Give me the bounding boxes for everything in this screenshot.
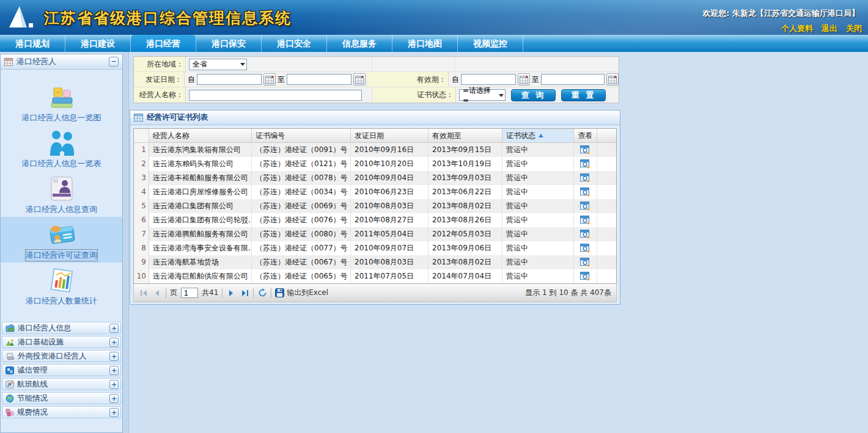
last-page-icon[interactable] [240, 288, 249, 298]
col-cert-number[interactable]: 证书编号 [252, 129, 351, 142]
tab-port-safety[interactable]: 港口安全 [262, 35, 327, 52]
page-input[interactable] [181, 288, 198, 298]
table-row[interactable]: 1 连云港东鸿集装箱有限公司 （苏连）港经证（0091）号 2010年09月16… [134, 143, 616, 157]
collapse-panel-button[interactable]: − [109, 57, 119, 67]
from-label: 自 [452, 75, 459, 85]
reset-button[interactable]: 重 置 [561, 89, 606, 101]
expand-section-button[interactable]: + [109, 366, 119, 375]
valid-period-label: 有效期： [367, 72, 449, 87]
status-badge: 营运中 [502, 227, 574, 241]
tab-port-map[interactable]: 港口地图 [392, 35, 458, 52]
tab-port-construction[interactable]: 港口建设 [65, 35, 131, 52]
calendar-icon[interactable] [353, 73, 366, 86]
expand-section-button[interactable]: + [109, 380, 119, 389]
table-row[interactable]: 9 连云港海航基地货场 （苏连）港经证（0067）号 2010年08月03日 2… [134, 255, 616, 269]
view-certificate-button[interactable] [574, 185, 597, 199]
pager-bar: 页 共41 输出到Excel 显示 1 到 10 条 共 407条 [133, 284, 617, 302]
cert-status-select[interactable]: =请选择= [459, 89, 506, 101]
table-row[interactable]: 6 连云港港口集团有限公司轮驳... （苏连）港经证（0076）号 2010年0… [134, 213, 616, 227]
valid-to-input[interactable] [541, 74, 605, 85]
section-operator-info[interactable]: 港口经营人信息 + [2, 322, 121, 334]
sidebar-panel-header[interactable]: 港口经营人 − [1, 54, 122, 70]
table-row[interactable]: 8 连云港港湾海事安全设备有限... （苏连）港经证（0077）号 2010年0… [134, 241, 616, 255]
expand-section-button[interactable]: + [109, 338, 119, 347]
section-integrity-management[interactable]: 诚信管理 + [2, 364, 121, 376]
status-badge: 营运中 [502, 255, 574, 269]
section-fee-situation[interactable]: 规费情况 + [2, 406, 121, 418]
tab-port-security[interactable]: 港口保安 [196, 35, 262, 52]
view-certificate-button[interactable] [574, 269, 597, 283]
table-row[interactable]: 4 连云港港口房屋维修服务公司 （苏连）港经证（0034）号 2010年06月2… [134, 185, 616, 199]
query-button[interactable]: 查 询 [511, 89, 556, 101]
issue-date-to-input[interactable] [287, 74, 351, 85]
refresh-icon[interactable] [257, 288, 267, 298]
operator-name-input[interactable] [189, 90, 362, 101]
col-view: 查看 [574, 129, 597, 142]
sidebar-item-operator-statistics[interactable]: 港口经营人数量统计 [1, 263, 122, 308]
form-row-region: 所在地域： 全省 [134, 57, 619, 72]
section-port-infrastructure[interactable]: 港口基础设施 + [2, 336, 121, 348]
quick-links: 个人资料 退出 关闭 [781, 23, 862, 34]
export-excel-button[interactable]: 输出到Excel [275, 288, 328, 298]
section-foreign-investment-operator[interactable]: 外商投资港口经营人 + [2, 350, 121, 362]
prev-page-icon[interactable] [152, 288, 162, 298]
expand-section-button[interactable]: + [109, 324, 119, 333]
license-card-icon [47, 223, 76, 247]
view-certificate-button[interactable] [574, 157, 597, 171]
sidebar-item-operator-overview-map[interactable]: 港口经营人信息一览图 [1, 79, 122, 125]
view-certificate-button[interactable] [574, 213, 597, 227]
issue-date-from-input[interactable] [197, 74, 262, 85]
sidebar-item-operator-info-query[interactable]: 港口经营人信息查询 [1, 171, 122, 217]
view-certificate-button[interactable] [574, 199, 597, 213]
close-link[interactable]: 关闭 [846, 23, 862, 34]
col-operator-name[interactable]: 经营人名称 [149, 129, 252, 142]
sidebar-item-label: 港口经营人信息一览图 [22, 112, 101, 123]
sidebar-item-label: 港口经营人信息一览表 [22, 158, 101, 169]
facility-icon [6, 338, 15, 346]
col-issue-date[interactable]: 发证日期 [351, 129, 428, 142]
col-cert-status[interactable]: 证书状态 [502, 129, 574, 142]
first-page-icon[interactable] [139, 288, 149, 298]
welcome-text: 欢迎您: 朱新龙【江苏省交通运输厅港口局】 [702, 8, 859, 19]
expand-section-button[interactable]: + [109, 394, 119, 403]
license-list-title-bar: 经营许可证书列表 [130, 111, 620, 125]
sort-asc-icon [539, 131, 543, 137]
tab-info-service[interactable]: 信息服务 [327, 35, 392, 52]
tab-video-monitor[interactable]: 视频监控 [458, 35, 523, 52]
view-certificate-button[interactable] [574, 241, 597, 255]
table-row[interactable]: 2 连云港东粮码头有限公司 （苏连）港经证（0121）号 2010年10月20日… [134, 157, 616, 171]
tab-port-planning[interactable]: 港口规划 [0, 35, 65, 52]
sidebar-item-license-query[interactable]: 港口经营许可证查询 [1, 217, 122, 263]
view-certificate-button[interactable] [574, 255, 597, 269]
valid-from-input[interactable] [461, 74, 516, 85]
fee-icon [6, 409, 14, 417]
calendar-icon[interactable] [263, 73, 276, 86]
logout-link[interactable]: 退出 [822, 23, 837, 34]
section-flight-routes[interactable]: 航班航线 + [2, 378, 121, 390]
sidebar-accordion: 港口经营人信息 + 港口基础设施 + 外商投资港口经营人 + 诚信管理 + 航班… [1, 322, 122, 418]
view-certificate-button[interactable] [574, 227, 597, 241]
section-energy-saving[interactable]: 节能情况 + [2, 392, 121, 404]
view-certificate-button[interactable] [574, 143, 597, 157]
app-logo [6, 3, 35, 32]
next-page-icon[interactable] [226, 288, 236, 298]
table-row[interactable]: 7 连云港港腾船舶服务有限公司 （苏连）港经证（0080）号 2011年05月0… [134, 227, 616, 241]
sidebar-splitter[interactable] [123, 52, 129, 433]
view-certificate-button[interactable] [574, 171, 597, 185]
table-row[interactable]: 3 连云港丰裕船舶服务有限公司 （苏连）港经证（0078）号 2010年09月0… [134, 171, 616, 185]
col-valid-until[interactable]: 有效期至 [428, 129, 502, 142]
table-row[interactable]: 5 连云港港口集团有限公司 （苏连）港经证（0069）号 2010年08月03日… [134, 199, 616, 213]
profile-link[interactable]: 个人资料 [781, 23, 813, 34]
table-grid-icon [134, 114, 143, 122]
calendar-icon[interactable] [518, 73, 530, 86]
folder-export-icon [6, 324, 15, 332]
expand-section-button[interactable]: + [109, 408, 119, 417]
expand-section-button[interactable]: + [109, 352, 119, 361]
calendar-icon[interactable] [606, 73, 619, 86]
record-count-summary: 显示 1 到 10 条 共 407条 [525, 288, 611, 298]
sidebar-item-operator-overview-table[interactable]: 港口经营人信息一览表 [1, 125, 122, 171]
idcard-icon [49, 176, 75, 202]
tab-port-operation[interactable]: 港口经营 [131, 35, 196, 52]
region-select[interactable]: 全省 [189, 59, 247, 70]
table-row[interactable]: 10 连云港海巨船舶供应有限公司 （苏连）港经证（0065）号 2011年07月… [134, 269, 616, 283]
